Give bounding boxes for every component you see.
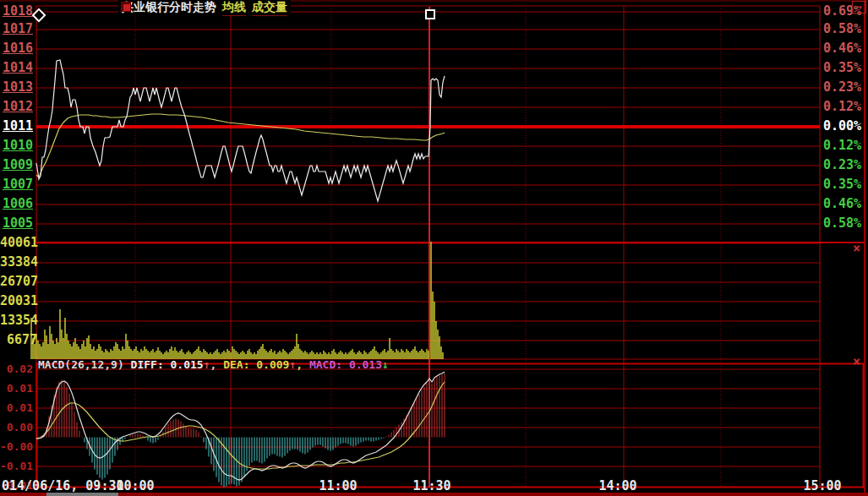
- overlay-volume-link[interactable]: 成交量: [252, 0, 287, 16]
- chart-title: 兴业银行分时走势 均线 成交量: [118, 0, 291, 15]
- macd-header: MACD(26,12,9) DIFF: 0.015↑, DEA: 0.009↑,…: [38, 358, 389, 371]
- grid-icon[interactable]: [121, 2, 131, 12]
- intraday-chart-canvas: [0, 0, 868, 496]
- macd-macd-value: MACD: 0.013: [309, 358, 382, 371]
- popout-arrow-button[interactable]: →: [852, 1, 866, 14]
- close-volume-pane-icon[interactable]: ×: [853, 243, 860, 255]
- overlay-ma-link[interactable]: 均线: [222, 0, 246, 16]
- macd-diff-value: DIFF: 0.015: [131, 358, 204, 371]
- price-line: [36, 60, 445, 201]
- bottom-border-strip: [0, 493, 868, 496]
- macd-pane-border: [37, 364, 864, 488]
- session-divider-handle[interactable]: [425, 9, 435, 19]
- stock-title: 兴业银行分时走势: [122, 0, 216, 15]
- macd-params-label: MACD(26,12,9): [38, 358, 124, 371]
- trading-app-window: 兴业银行分时走势 均线 成交量 → × × MACD(26,12,9) DIFF…: [0, 0, 868, 496]
- bottom-scrollbar-thumb[interactable]: [46, 493, 118, 496]
- close-macd-pane-icon[interactable]: ×: [853, 356, 860, 368]
- macd-dea-value: DEA: 0.009: [223, 358, 289, 371]
- diff-up-arrow-icon: ↑: [204, 358, 210, 371]
- macd-down-arrow-icon: ↓: [382, 358, 389, 371]
